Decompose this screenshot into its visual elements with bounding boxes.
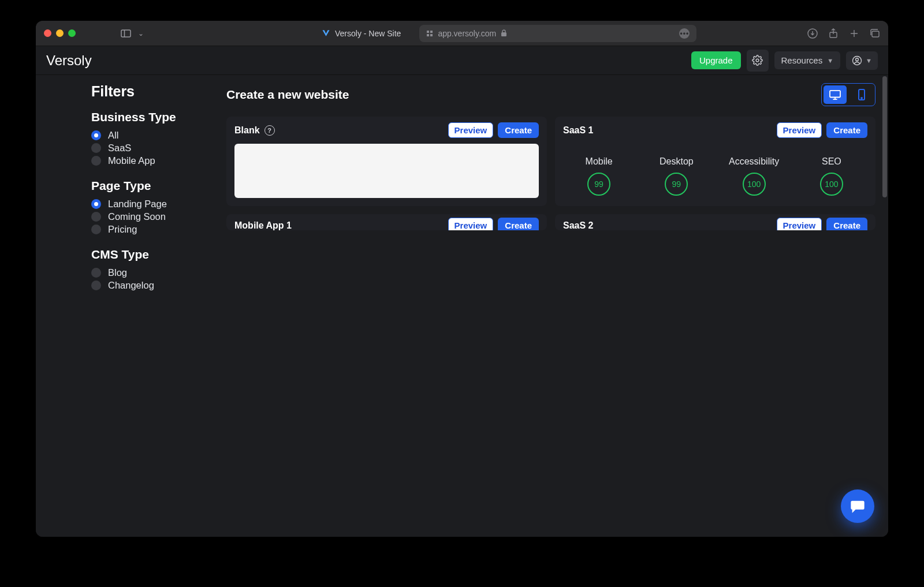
- filter-group-title: Business Type: [91, 110, 213, 124]
- filter-option-saas[interactable]: SaaS: [91, 143, 213, 154]
- svg-rect-13: [830, 91, 840, 98]
- radio-icon: [91, 156, 101, 166]
- templates-grid: Blank ? Preview Create SaaS 1: [226, 117, 875, 234]
- metric-label: Mobile: [586, 156, 613, 167]
- lock-icon: [501, 29, 507, 37]
- resources-dropdown[interactable]: Resources ▼: [774, 51, 841, 69]
- metric-seo: SEO 100: [796, 156, 867, 196]
- url-text: app.versoly.com: [438, 29, 496, 38]
- svg-point-10: [756, 59, 759, 62]
- filters-sidebar: Filters Business Type All SaaS Mobile Ap…: [36, 75, 226, 537]
- radio-icon: [91, 130, 101, 140]
- help-icon[interactable]: ?: [264, 125, 275, 136]
- scrollbar-thumb[interactable]: [882, 76, 887, 197]
- svg-rect-4: [427, 34, 429, 36]
- radio-icon: [91, 225, 101, 234]
- app-header: Versoly Upgrade Resources ▼ ▼: [36, 46, 888, 75]
- svg-rect-6: [501, 32, 506, 36]
- preview-button[interactable]: Preview: [448, 122, 494, 138]
- metric-accessibility: Accessibility 100: [718, 156, 790, 196]
- create-button[interactable]: Create: [498, 218, 539, 230]
- account-dropdown[interactable]: ▼: [846, 51, 878, 70]
- caret-down-icon: ▼: [866, 57, 872, 64]
- filter-group-cms-type: CMS Type Blog Changelog: [91, 248, 213, 291]
- metric-score: 99: [665, 173, 688, 196]
- svg-point-12: [856, 58, 859, 61]
- mobile-view-button[interactable]: [850, 85, 873, 104]
- filter-option-mobile-app[interactable]: Mobile App: [91, 155, 213, 166]
- svg-rect-0: [121, 30, 131, 37]
- template-thumbnail[interactable]: [234, 144, 539, 198]
- resources-label: Resources: [781, 55, 823, 65]
- filter-group-page-type: Page Type Landing Page Coming Soon Prici…: [91, 179, 213, 235]
- create-button[interactable]: Create: [826, 122, 867, 138]
- metric-label: Accessibility: [729, 156, 779, 167]
- chat-support-button[interactable]: [841, 489, 874, 523]
- preview-button[interactable]: Preview: [777, 122, 822, 138]
- gear-icon: [752, 55, 763, 66]
- minimize-window-button[interactable]: [56, 29, 64, 37]
- tabs-overview-icon[interactable]: [870, 28, 880, 39]
- metric-mobile: Mobile 99: [563, 156, 635, 196]
- filter-group-title: CMS Type: [91, 248, 213, 261]
- create-button[interactable]: Create: [826, 218, 867, 230]
- browser-tab[interactable]: Versoly - New Site: [315, 25, 408, 42]
- filter-group-title: Page Type: [91, 179, 213, 193]
- metric-score: 100: [820, 173, 843, 196]
- main-header-row: Create a new website: [226, 83, 875, 106]
- filter-option-blog[interactable]: Blog: [91, 267, 213, 278]
- radio-icon: [91, 199, 101, 209]
- metric-desktop: Desktop 99: [640, 156, 712, 196]
- new-tab-icon[interactable]: [849, 28, 859, 39]
- browser-toolbar-right: [807, 28, 880, 39]
- template-card-saas-2: SaaS 2 Preview Create: [555, 214, 875, 230]
- template-name: Mobile App 1: [234, 220, 292, 231]
- template-name: SaaS 1: [563, 125, 593, 136]
- radio-icon: [91, 281, 101, 290]
- share-icon[interactable]: [828, 28, 839, 39]
- template-card-saas-1: SaaS 1 Preview Create Ipsum Pricing: [555, 117, 875, 206]
- filter-group-business-type: Business Type All SaaS Mobile App: [91, 110, 213, 166]
- chevron-down-icon[interactable]: ⌄: [138, 29, 144, 38]
- address-bar[interactable]: app.versoly.com •••: [419, 25, 696, 42]
- preview-button[interactable]: Preview: [448, 218, 494, 230]
- radio-icon: [91, 212, 101, 222]
- metric-score: 99: [587, 173, 610, 196]
- metric-label: SEO: [822, 156, 841, 167]
- site-settings-icon[interactable]: [426, 30, 433, 37]
- browser-titlebar: ⌄ Versoly - New Site app.versoly.com •••: [36, 21, 888, 46]
- page-actions-icon[interactable]: •••: [679, 28, 690, 39]
- template-name: Blank: [234, 125, 260, 136]
- preview-button[interactable]: Preview: [777, 218, 822, 230]
- create-button[interactable]: Create: [498, 122, 539, 138]
- desktop-icon: [829, 89, 841, 100]
- filter-option-label: All: [108, 130, 118, 141]
- caret-down-icon: ▼: [827, 57, 833, 64]
- upgrade-button[interactable]: Upgrade: [691, 51, 741, 69]
- sidebar-toggle-icon[interactable]: [117, 26, 135, 41]
- metric-score: 100: [743, 173, 766, 196]
- safari-window: ⌄ Versoly - New Site app.versoly.com •••: [36, 21, 888, 537]
- page-title: Create a new website: [226, 88, 349, 102]
- filter-option-all[interactable]: All: [91, 130, 213, 141]
- templates-main: Create a new website Blank: [226, 75, 888, 537]
- filter-option-landing-page[interactable]: Landing Page: [91, 199, 213, 210]
- filter-option-pricing[interactable]: Pricing: [91, 224, 213, 235]
- tab-title: Versoly - New Site: [335, 29, 401, 38]
- fullscreen-window-button[interactable]: [68, 29, 76, 37]
- filter-option-label: Blog: [108, 267, 127, 278]
- metric-label: Desktop: [660, 156, 694, 167]
- settings-button[interactable]: [747, 50, 769, 72]
- filter-option-label: Pricing: [108, 224, 137, 235]
- close-window-button[interactable]: [44, 29, 51, 37]
- template-card-mobile-app-1: Mobile App 1 Preview Create: [226, 214, 547, 230]
- filter-option-label: Coming Soon: [108, 211, 166, 222]
- filter-option-coming-soon[interactable]: Coming Soon: [91, 211, 213, 222]
- filter-option-changelog[interactable]: Changelog: [91, 280, 213, 291]
- lighthouse-metrics: Mobile 99 Desktop 99 Accessibility 100: [555, 152, 875, 206]
- desktop-view-button[interactable]: [824, 85, 847, 104]
- template-card-blank: Blank ? Preview Create: [226, 117, 547, 206]
- svg-point-15: [861, 98, 862, 99]
- downloads-icon[interactable]: [807, 28, 818, 39]
- filter-option-label: SaaS: [108, 143, 131, 154]
